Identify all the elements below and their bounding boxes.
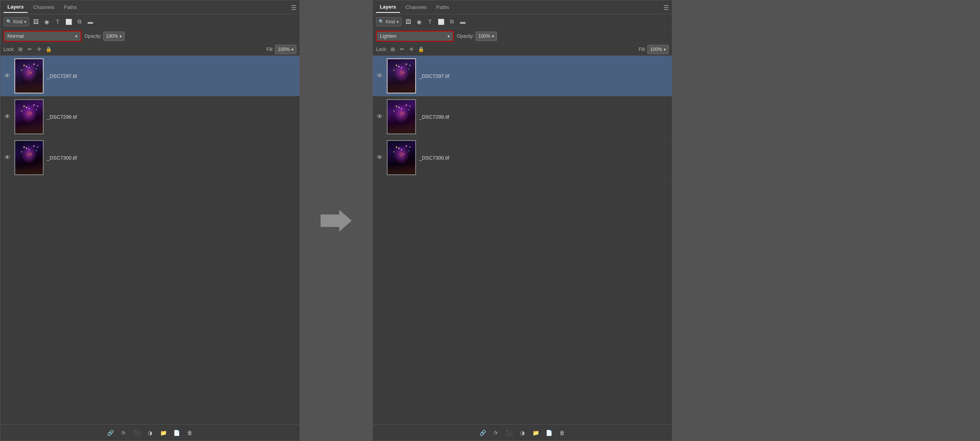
right-adjustment-icon[interactable]: ◑ (518, 429, 527, 437)
right-tab-channels[interactable]: Channels (402, 2, 431, 12)
left-layer-item-3[interactable]: 👁 _DSC7300.tif (0, 137, 300, 178)
left-tab-paths[interactable]: Paths (60, 2, 81, 12)
left-lock-all-icon[interactable]: 🔒 (45, 46, 52, 53)
right-fill-chevron (664, 47, 666, 52)
right-layer-visibility-2[interactable]: 👁 (376, 113, 384, 120)
left-folder-icon[interactable]: 📁 (159, 429, 167, 437)
left-panel-menu-icon[interactable]: ☰ (291, 4, 296, 11)
right-text-filter-icon[interactable]: T (426, 18, 434, 26)
right-layer-item-2[interactable]: 👁 _DSC7299.tif (373, 97, 672, 137)
left-lock-brush-icon[interactable]: ✏ (26, 46, 33, 53)
left-mask-icon[interactable]: ⬛ (132, 429, 141, 437)
left-bottom-toolbar: 🔗 fx ⬛ ◑ 📁 📄 🗑 (0, 424, 300, 441)
left-layer-visibility-2[interactable]: 👁 (4, 113, 11, 120)
right-fill-group: Fill: 100% (639, 45, 669, 54)
right-bottom-toolbar: 🔗 fx ⬛ ◑ 📁 📄 🗑 (373, 424, 672, 441)
left-thumb-sparks-1 (17, 61, 42, 84)
left-layer-visibility-3[interactable]: 👁 (4, 154, 11, 161)
right-fill-select[interactable]: 100% (647, 45, 669, 54)
left-lock-pixels-icon[interactable]: ⊞ (17, 46, 24, 53)
right-new-layer-icon[interactable]: 📄 (545, 429, 553, 437)
left-opacity-select[interactable]: 100% (103, 32, 125, 41)
right-lock-move-icon[interactable]: ✛ (408, 46, 415, 53)
right-layer-visibility-3[interactable]: 👁 (376, 154, 384, 161)
right-blend-mode-select[interactable]: Lighten (376, 31, 454, 42)
right-thumb-bg-1 (388, 59, 415, 93)
right-trash-icon[interactable]: 🗑 (558, 429, 566, 437)
right-lock-brush-icon[interactable]: ✏ (399, 46, 406, 53)
left-kind-select[interactable]: 🔍 Kind (4, 17, 29, 26)
left-blend-mode-value: Normal (7, 33, 24, 39)
right-search-icon: 🔍 (379, 19, 384, 24)
left-opacity-group: Opacity: 100% (85, 32, 125, 41)
left-trash-icon[interactable]: 🗑 (185, 429, 194, 437)
left-fx-icon[interactable]: fx (119, 429, 128, 437)
left-layer-name-2: _DSC7299.tif (47, 114, 296, 120)
right-lock-label: Lock: (376, 47, 387, 52)
left-artboard-filter-icon[interactable]: ⧉ (75, 18, 84, 26)
left-layer-item-1[interactable]: 👁 _DSC7297.tif (0, 56, 300, 97)
right-thumb-bg-3 (388, 141, 415, 174)
left-adjustment-icon[interactable]: ◑ (146, 429, 154, 437)
left-opacity-value: 100% (106, 33, 118, 39)
right-panel: Layers Channels Paths ☰ 🔍 Kind 🖼 ◉ T ⬜ ⧉… (372, 0, 672, 441)
right-kind-select[interactable]: 🔍 Kind (376, 17, 402, 26)
right-tab-paths[interactable]: Paths (432, 2, 453, 12)
right-fx-icon[interactable]: fx (492, 429, 500, 437)
left-thumb-bg-1 (15, 59, 43, 93)
right-lock-all-icon[interactable]: 🔒 (418, 46, 425, 53)
right-layers-list: 👁 _DSC7297.tif 👁 _DSC7299.tif (373, 56, 672, 424)
right-layer-thumb-1 (387, 58, 416, 93)
right-panel-tabs: Layers Channels Paths ☰ (373, 0, 672, 14)
right-layer-item-1[interactable]: 👁 _DSC7297.tif (373, 56, 672, 97)
left-layer-visibility-1[interactable]: 👁 (4, 72, 11, 79)
left-lock-move-icon[interactable]: ✛ (36, 46, 43, 53)
right-mask-icon[interactable]: ⬛ (505, 429, 513, 437)
right-opacity-group: Opacity: 100% (457, 32, 497, 41)
right-fill-value: 100% (650, 47, 662, 52)
left-tab-channels[interactable]: Channels (29, 2, 58, 12)
right-folder-icon[interactable]: 📁 (531, 429, 540, 437)
left-device-filter-icon[interactable]: ▬ (86, 18, 95, 26)
left-fill-label: Fill: (266, 47, 274, 52)
right-layer-thumb-2 (387, 99, 416, 134)
right-link-icon[interactable]: 🔗 (478, 429, 487, 437)
right-device-filter-icon[interactable]: ▬ (458, 18, 467, 26)
left-fill-select[interactable]: 100% (275, 45, 296, 54)
right-tab-layers[interactable]: Layers (376, 2, 400, 13)
right-opacity-label: Opacity: (457, 33, 474, 39)
left-text-filter-icon[interactable]: T (53, 18, 62, 26)
right-layer-name-1: _DSC7297.tif (419, 73, 669, 79)
right-panel-menu-icon[interactable]: ☰ (663, 4, 669, 11)
left-shape-filter-icon[interactable]: ⬜ (64, 18, 73, 26)
left-layer-thumb-3 (14, 140, 44, 175)
left-circle-filter-icon[interactable]: ◉ (42, 18, 51, 26)
left-layer-item-2[interactable]: 👁 _DSC7299.tif (0, 97, 300, 137)
right-opacity-select[interactable]: 100% (476, 32, 497, 41)
left-blend-mode-select[interactable]: Normal (4, 31, 81, 42)
right-circle-filter-icon[interactable]: ◉ (415, 18, 423, 26)
left-link-icon[interactable]: 🔗 (106, 429, 115, 437)
left-new-layer-icon[interactable]: 📄 (172, 429, 181, 437)
right-filter-toolbar: 🔍 Kind 🖼 ◉ T ⬜ ⧉ ▬ (373, 14, 672, 29)
right-layer-item-3[interactable]: 👁 _DSC7300.tif (373, 137, 672, 178)
right-layer-thumb-3 (387, 140, 416, 175)
left-tab-layers[interactable]: Layers (4, 2, 28, 13)
left-lock-row: Lock: ⊞ ✏ ✛ 🔒 Fill: 100% (0, 43, 300, 56)
left-panel: Layers Channels Paths ☰ 🔍 Kind 🖼 ◉ T ⬜ ⧉… (0, 0, 300, 441)
left-thumb-sparks-2 (17, 102, 42, 125)
right-opacity-value: 100% (478, 33, 490, 39)
right-thumb-sparks-2 (389, 102, 414, 125)
right-image-filter-icon[interactable]: 🖼 (404, 18, 412, 26)
left-blend-row: Normal Opacity: 100% (0, 29, 300, 43)
right-layer-visibility-1[interactable]: 👁 (376, 72, 384, 79)
right-shape-filter-icon[interactable]: ⬜ (437, 18, 445, 26)
right-lock-pixels-icon[interactable]: ⊞ (390, 46, 397, 53)
left-image-filter-icon[interactable]: 🖼 (32, 18, 40, 26)
right-blend-row: Lighten Opacity: 100% (373, 29, 672, 43)
right-artboard-filter-icon[interactable]: ⧉ (448, 18, 456, 26)
left-opacity-label: Opacity: (85, 33, 102, 39)
right-blend-mode-value: Lighten (380, 33, 397, 39)
left-layer-name-3: _DSC7300.tif (47, 155, 296, 161)
right-lock-row: Lock: ⊞ ✏ ✛ 🔒 Fill: 100% (373, 43, 672, 56)
